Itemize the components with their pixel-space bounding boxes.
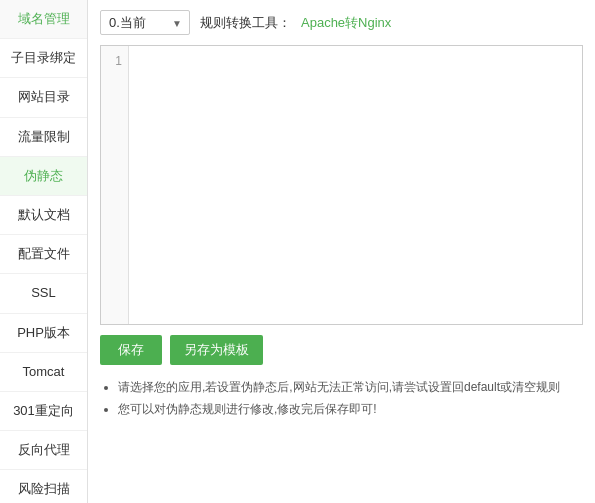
sidebar-item-risk-scan[interactable]: 风险扫描	[0, 470, 87, 503]
sidebar-item-tomcat[interactable]: Tomcat	[0, 353, 87, 392]
sidebar-item-301-redirect[interactable]: 301重定向	[0, 392, 87, 431]
sidebar-item-config-file[interactable]: 配置文件	[0, 235, 87, 274]
tips-list: 请选择您的应用,若设置伪静态后,网站无法正常访问,请尝试设置回default或清…	[100, 377, 583, 420]
main-content: 0.当前 ▼ 规则转换工具： Apache转Nginx 1 保存 另存为模板 请…	[88, 0, 595, 503]
tip-item-1: 请选择您的应用,若设置伪静态后,网站无法正常访问,请尝试设置回default或清…	[118, 377, 583, 399]
sidebar-item-php-version[interactable]: PHP版本	[0, 314, 87, 353]
rule-select[interactable]: 0.当前	[100, 10, 190, 35]
editor-textarea[interactable]	[129, 46, 582, 324]
sidebar-item-domain-manage[interactable]: 域名管理	[0, 0, 87, 39]
line-number-1: 1	[107, 52, 122, 71]
sidebar: 域名管理 子目录绑定 网站目录 流量限制 伪静态 默认文档 配置文件 SSL P…	[0, 0, 88, 503]
tool-label-static: 规则转换工具：	[200, 14, 291, 32]
sidebar-item-traffic-limit[interactable]: 流量限制	[0, 118, 87, 157]
sidebar-item-ssl[interactable]: SSL	[0, 274, 87, 313]
sidebar-item-reverse-proxy[interactable]: 反向代理	[0, 431, 87, 470]
editor-wrapper: 1	[100, 45, 583, 325]
save-as-template-button[interactable]: 另存为模板	[170, 335, 263, 365]
tips-section: 请选择您的应用,若设置伪静态后,网站无法正常访问,请尝试设置回default或清…	[100, 377, 583, 420]
save-button[interactable]: 保存	[100, 335, 162, 365]
tool-link-apache-to-nginx[interactable]: Apache转Nginx	[301, 14, 391, 32]
sidebar-item-default-doc[interactable]: 默认文档	[0, 196, 87, 235]
sidebar-item-website-dir[interactable]: 网站目录	[0, 78, 87, 117]
sidebar-item-subdir-bind[interactable]: 子目录绑定	[0, 39, 87, 78]
line-numbers: 1	[101, 46, 129, 324]
sidebar-item-pseudo-static[interactable]: 伪静态	[0, 157, 87, 196]
top-bar: 0.当前 ▼ 规则转换工具： Apache转Nginx	[100, 10, 583, 35]
select-wrapper: 0.当前 ▼	[100, 10, 190, 35]
tip-item-2: 您可以对伪静态规则进行修改,修改完后保存即可!	[118, 399, 583, 421]
button-bar: 保存 另存为模板	[100, 335, 583, 365]
